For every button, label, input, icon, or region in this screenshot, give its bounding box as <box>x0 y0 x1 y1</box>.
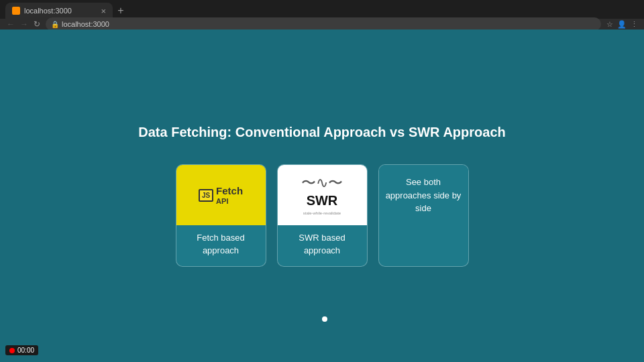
browser-chrome: localhost:3000 × + ← → ↻ 🔒 localhost:300… <box>0 0 644 29</box>
profile-icon[interactable]: 👤 <box>617 19 627 29</box>
lock-icon: 🔒 <box>51 21 59 28</box>
js-badge: JS <box>199 189 213 202</box>
swr-logo: 〜∿〜 SWR stale-while-revalidate <box>301 176 343 215</box>
toolbar-right: ☆ 👤 ⋮ <box>605 19 639 29</box>
page-title: Data Fetching: Conventional Approach vs … <box>138 125 505 140</box>
fetch-card[interactable]: JS Fetch API Fetch based approach <box>176 164 266 266</box>
fetch-card-image: JS Fetch API <box>176 165 266 225</box>
bookmark-icon[interactable]: ☆ <box>605 19 614 29</box>
swr-card-label: SWR based approach <box>278 225 367 265</box>
menu-icon[interactable]: ⋮ <box>629 19 639 29</box>
both-card-image-text: See both approaches side by side <box>379 176 468 215</box>
api-text: API <box>216 197 243 205</box>
cursor <box>322 316 327 322</box>
fetch-logo: JS Fetch API <box>199 186 243 205</box>
nav-bar: ← → ↻ 🔒 localhost:3000 ☆ 👤 ⋮ <box>0 19 644 29</box>
recording-indicator: 00:00 <box>5 345 38 355</box>
both-card-image: See both approaches side by side <box>379 165 468 225</box>
forward-button[interactable]: → <box>19 19 30 29</box>
swr-card-image: 〜∿〜 SWR stale-while-revalidate <box>278 165 367 225</box>
recording-dot <box>9 348 15 353</box>
cards-container: JS Fetch API Fetch based approach 〜∿〜 SW… <box>176 164 469 266</box>
both-card[interactable]: See both approaches side by side <box>378 164 469 266</box>
swr-subtitle: stale-while-revalidate <box>303 211 341 215</box>
swr-title: SWR <box>307 193 338 208</box>
tab-bar: localhost:3000 × + <box>0 0 644 19</box>
address-bar[interactable]: 🔒 localhost:3000 <box>46 17 601 31</box>
tab-title: localhost:3000 <box>24 7 97 15</box>
back-button[interactable]: ← <box>5 19 16 29</box>
swr-wave-icon: 〜∿〜 <box>301 176 343 190</box>
tab-favicon <box>12 7 20 15</box>
recording-time: 00:00 <box>17 347 34 354</box>
fetch-card-label: Fetch based approach <box>176 225 266 265</box>
swr-card[interactable]: 〜∿〜 SWR stale-while-revalidate SWR based… <box>277 164 368 266</box>
refresh-button[interactable]: ↻ <box>32 19 42 29</box>
page-content: Data Fetching: Conventional Approach vs … <box>0 29 644 362</box>
active-tab[interactable]: localhost:3000 × <box>5 3 113 19</box>
fetch-text: Fetch <box>216 186 243 197</box>
nav-buttons: ← → ↻ <box>5 19 42 29</box>
tab-close-button[interactable]: × <box>101 7 106 15</box>
new-tab-button[interactable]: + <box>113 3 129 19</box>
address-text: localhost:3000 <box>62 20 109 28</box>
